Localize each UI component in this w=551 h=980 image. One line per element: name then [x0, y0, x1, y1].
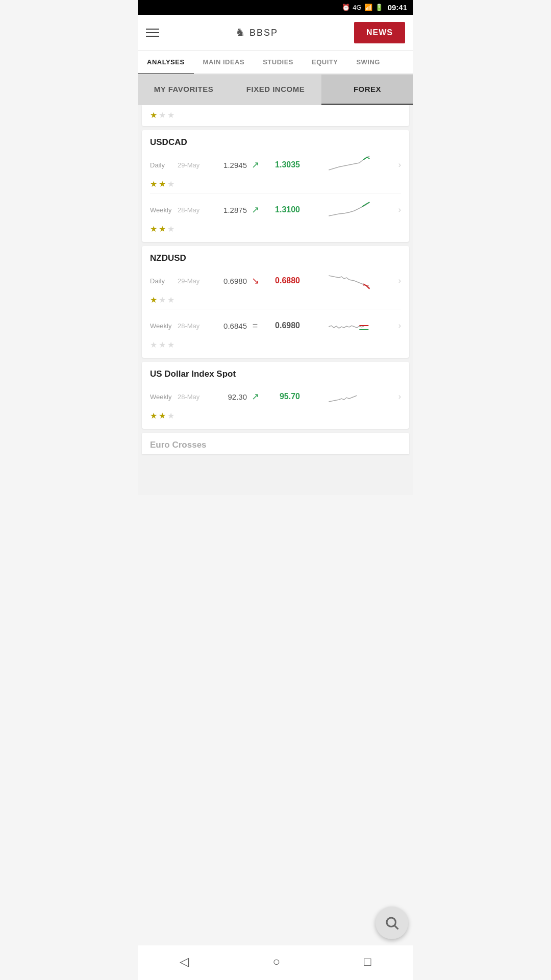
usdindex-weekly-chart-svg	[304, 387, 394, 406]
instrument-name-nzdusd: NZDUSD	[150, 253, 401, 263]
instrument-name-usdindex: US Dollar Index Spot	[150, 369, 401, 379]
usdcad-daily-chevron: ›	[398, 160, 401, 169]
instrument-card-usdcad: USDCAD Daily 29-May 1.2945 ↗ 1.3035 › ★ …	[142, 130, 409, 242]
nzdusd-daily-date: 29-May	[178, 277, 211, 285]
subtab-my-favorites[interactable]: MY FAVORITES	[138, 75, 230, 105]
tab-studies[interactable]: STUDIES	[254, 51, 303, 75]
nzdusd-weekly-date: 28-May	[178, 322, 211, 330]
nzdusd-daily-period: Daily	[150, 277, 178, 285]
partial-stars: ★ ★ ★	[150, 110, 401, 120]
star-empty: ★	[159, 295, 166, 305]
nzdusd-weekly-chevron: ›	[398, 321, 401, 330]
subtab-forex[interactable]: FOREX	[321, 75, 413, 105]
usdindex-weekly-arrow: ↗	[247, 391, 263, 402]
nav-tabs: ANALYSES MAIN IDEAS STUDIES EQUITY SWING	[138, 51, 413, 75]
star-filled: ★	[159, 411, 166, 421]
usdcad-daily-target: 1.3035	[263, 160, 300, 169]
nzdusd-weekly-period: Weekly	[150, 322, 178, 330]
app-logo: ♞ BBSP	[235, 26, 278, 39]
usdcad-daily-row[interactable]: Daily 29-May 1.2945 ↗ 1.3035 ›	[150, 153, 401, 177]
subtab-fixed-income[interactable]: FIXED INCOME	[230, 75, 321, 105]
star-empty: ★	[167, 411, 174, 421]
nzdusd-weekly-arrow: =	[247, 321, 263, 331]
usdindex-weekly-period: Weekly	[150, 393, 178, 401]
nzdusd-daily-chevron: ›	[398, 276, 401, 285]
usdcad-weekly-date: 28-May	[178, 206, 211, 214]
star-empty: ★	[159, 340, 166, 350]
usdindex-weekly-entry: 92.30	[211, 393, 247, 401]
partial-top-card: ★ ★ ★	[142, 105, 409, 126]
star-empty: ★	[167, 224, 174, 234]
star-empty: ★	[167, 179, 174, 189]
usdindex-weekly-target: 95.70	[263, 392, 300, 401]
tab-main-ideas[interactable]: MAIN IDEAS	[194, 51, 254, 75]
nzdusd-daily-entry: 0.6980	[211, 277, 247, 285]
app-header: ♞ BBSP NEWS	[138, 15, 413, 51]
usdcad-weekly-target: 1.3100	[263, 205, 300, 214]
tab-swing[interactable]: SWING	[347, 51, 389, 75]
nzdusd-daily-stars: ★ ★ ★	[150, 295, 401, 305]
row-divider	[150, 193, 401, 193]
nzdusd-weekly-row[interactable]: Weekly 28-May 0.6845 = 0.6980 ›	[150, 313, 401, 338]
star-filled: ★	[159, 224, 166, 234]
star-filled: ★	[150, 224, 157, 234]
nzdusd-daily-row[interactable]: Daily 29-May 0.6980 ↘ 0.6880 ›	[150, 268, 401, 293]
usdcad-weekly-stars: ★ ★ ★	[150, 224, 401, 234]
hamburger-line-3	[146, 36, 159, 37]
usdcad-daily-stars: ★ ★ ★	[150, 179, 401, 189]
equal-icon: =	[253, 321, 258, 331]
nzdusd-weekly-target: 0.6980	[263, 321, 300, 330]
instrument-card-usdindex: US Dollar Index Spot Weekly 28-May 92.30…	[142, 362, 409, 429]
usdindex-weekly-row[interactable]: Weekly 28-May 92.30 ↗ 95.70 ›	[150, 384, 401, 409]
usdcad-daily-chart-svg	[304, 156, 394, 174]
up-arrow-icon: ↗	[252, 391, 259, 402]
usdcad-weekly-period: Weekly	[150, 206, 178, 214]
star-filled: ★	[150, 179, 157, 189]
nzdusd-daily-chart	[304, 272, 394, 290]
logo-text: BBSP	[249, 28, 278, 38]
partial-bottom-card: Euro Crosses	[142, 433, 409, 454]
logo-icon: ♞	[235, 26, 246, 39]
tab-equity[interactable]: EQUITY	[303, 51, 347, 75]
nzdusd-weekly-stars: ★ ★ ★	[150, 340, 401, 350]
star-filled: ★	[150, 411, 157, 421]
star-empty: ★	[167, 340, 174, 350]
usdcad-weekly-chart	[304, 201, 394, 219]
instrument-name-usdcad: USDCAD	[150, 137, 401, 148]
usdindex-weekly-stars: ★ ★ ★	[150, 411, 401, 421]
news-button[interactable]: NEWS	[354, 22, 405, 43]
nzdusd-weekly-chart-svg	[304, 316, 394, 335]
time-display: 09:41	[388, 3, 407, 12]
down-arrow-icon: ↘	[252, 276, 259, 286]
up-arrow-icon: ↗	[252, 160, 259, 170]
content-area: ★ ★ ★ USDCAD Daily 29-May 1.2945 ↗ 1.303…	[138, 105, 413, 495]
hamburger-line-1	[146, 29, 159, 30]
nzdusd-daily-arrow: ↘	[247, 275, 263, 286]
nzdusd-daily-target: 0.6880	[263, 276, 300, 285]
tab-analyses[interactable]: ANALYSES	[138, 51, 194, 75]
usdcad-daily-entry: 1.2945	[211, 161, 247, 169]
usdindex-weekly-date: 28-May	[178, 393, 211, 401]
instrument-card-nzdusd: NZDUSD Daily 29-May 0.6980 ↘ 0.6880 › ★ …	[142, 246, 409, 358]
usdcad-daily-arrow: ↗	[247, 159, 263, 170]
usdcad-weekly-chart-svg	[304, 201, 394, 219]
star-1: ★	[150, 110, 157, 120]
status-bar: ⏰ 4G 📶 🔋 09:41	[138, 0, 413, 15]
usdcad-weekly-chevron: ›	[398, 205, 401, 214]
signal-icon: 📶	[364, 4, 372, 11]
star-empty: ★	[167, 295, 174, 305]
nzdusd-weekly-entry: 0.6845	[211, 322, 247, 330]
sub-tabs: MY FAVORITES FIXED INCOME FOREX	[138, 75, 413, 105]
menu-button[interactable]	[146, 29, 159, 37]
alarm-icon: ⏰	[342, 4, 350, 11]
usdcad-daily-chart	[304, 156, 394, 174]
star-empty: ★	[150, 340, 157, 350]
up-arrow-icon: ↗	[252, 205, 259, 215]
usdcad-daily-period: Daily	[150, 161, 178, 169]
star-filled: ★	[159, 179, 166, 189]
usdcad-weekly-row[interactable]: Weekly 28-May 1.2875 ↗ 1.3100 ›	[150, 198, 401, 222]
status-icons: ⏰ 4G 📶 🔋 09:41	[342, 3, 407, 12]
usdcad-weekly-entry: 1.2875	[211, 206, 247, 214]
usdindex-weekly-chart	[304, 387, 394, 406]
nzdusd-daily-chart-svg	[304, 272, 394, 290]
